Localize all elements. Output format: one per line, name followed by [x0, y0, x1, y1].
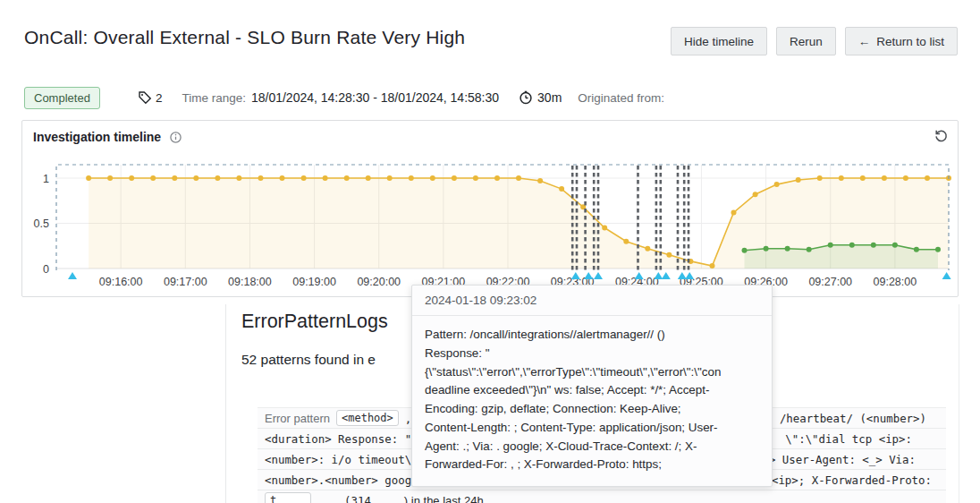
time-range-label: Time range: — [182, 91, 246, 105]
return-to-list-label: Return to list — [876, 35, 944, 48]
page-title: OnCall: Overall External - SLO Burn Rate… — [24, 27, 465, 48]
chart-tooltip: 2024-01-18 09:23:02 Pattern: /oncall/int… — [411, 285, 773, 487]
hide-timeline-label: Hide timeline — [684, 35, 754, 48]
status-bar: Completed 2 Time range: 18/01/2024, 14:2… — [24, 85, 664, 110]
time-range-value: 18/01/2024, 14:28:30 - 18/01/2024, 14:58… — [251, 90, 499, 105]
row1-right-text: /heartbeat/ (<number>) — [780, 412, 939, 425]
rerun-label: Rerun — [790, 35, 823, 48]
svg-text:09:18:00: 09:18:00 — [228, 276, 272, 288]
method-token-chip: <method> — [336, 410, 399, 426]
result-summary: 52 patterns found in e — [241, 352, 376, 368]
error-pattern-label: Error pattern — [265, 412, 330, 425]
result-heading: ErrorPatternLogs — [241, 311, 388, 333]
svg-text:09:27:00: 09:27:00 — [808, 276, 852, 288]
timeline-panel-title: Investigation timeline — [33, 130, 161, 144]
svg-text:09:20:00: 09:20:00 — [357, 276, 401, 288]
return-to-list-button[interactable]: ← Return to list — [845, 27, 958, 55]
header-actions: Hide timeline Rerun ← Return to list — [671, 27, 958, 55]
row5-frag1: (314 — [344, 494, 371, 503]
svg-text:09:17:00: 09:17:00 — [164, 276, 207, 288]
originated-from-label: Originated from: — [578, 91, 664, 105]
rerun-button[interactable]: Rerun — [776, 27, 836, 55]
svg-text:0: 0 — [43, 263, 49, 276]
history-icon[interactable] — [934, 128, 949, 143]
tags-count-value: 2 — [156, 91, 163, 105]
error-pattern-row-5[interactable]: t (314 ) in the last 24h — [258, 490, 946, 503]
svg-text:0.5: 0.5 — [34, 217, 49, 230]
svg-text:09:19:00: 09:19:00 — [292, 276, 336, 288]
row2-right-text: \":\"dial tcp <ip>: — [785, 432, 939, 446]
investigation-timeline-panel: Investigation timeline 09:16:0009:17:000… — [21, 120, 959, 297]
row2-left-text: <duration> Response: "{ — [265, 432, 418, 446]
timeline-panel-header: Investigation timeline — [33, 130, 182, 144]
tag-icon — [138, 90, 152, 105]
clock-icon — [519, 90, 533, 105]
row3-right-text: > User-Agent: <_> Via: — [769, 453, 939, 466]
sidebar-divider — [225, 304, 226, 503]
hide-timeline-button[interactable]: Hide timeline — [671, 27, 767, 55]
oncall-investigation-page: OnCall: Overall External - SLO Burn Rate… — [0, 0, 980, 503]
svg-text:09:16:00: 09:16:00 — [99, 276, 143, 288]
duration-group: 30m — [519, 90, 562, 105]
results-sidebar: Interesting results: ErrorPatternLogs No… — [0, 304, 225, 503]
status-badge: Completed — [24, 87, 100, 109]
content-right-divider — [959, 304, 959, 503]
duration-value: 30m — [537, 90, 562, 105]
svg-text:1: 1 — [43, 173, 49, 185]
info-icon[interactable] — [169, 131, 182, 144]
investigation-chart[interactable]: 09:16:0009:17:0009:18:0009:19:0009:20:00… — [22, 153, 959, 296]
svg-text:09:28:00: 09:28:00 — [874, 276, 917, 288]
tooltip-body: Pattern: /oncall/integrations//alertmana… — [412, 316, 772, 486]
row5-frag2: ) in the last 24h — [404, 494, 484, 503]
tags-count[interactable]: 2 — [138, 90, 163, 105]
row5-chip: t — [265, 492, 311, 503]
arrow-left-icon: ← — [858, 35, 871, 48]
tooltip-timestamp: 2024-01-18 09:23:02 — [412, 286, 772, 316]
row3-left-text: <number>: i/o timeout\" — [265, 453, 418, 466]
